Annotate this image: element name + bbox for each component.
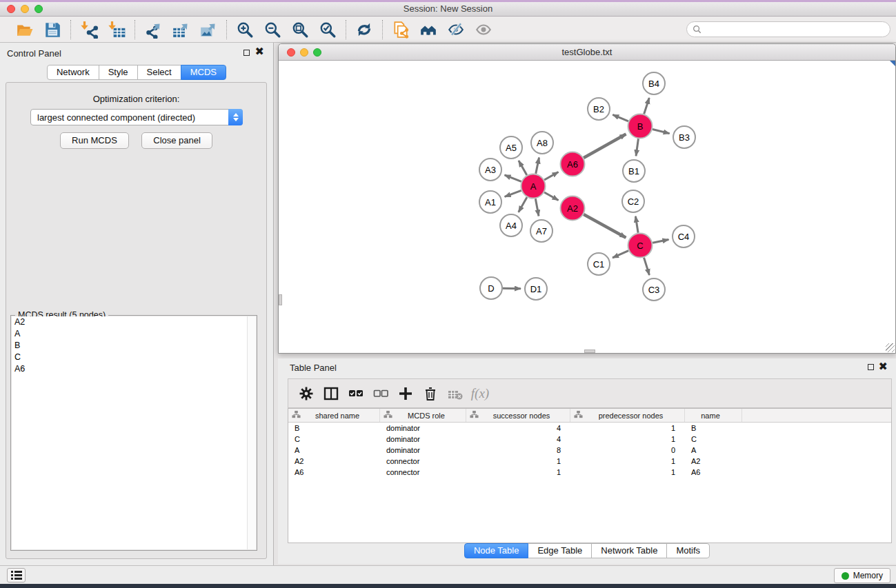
graph-edge-C-C2[interactable]	[635, 216, 638, 233]
table-row[interactable]: Bdominator41B	[288, 423, 891, 434]
optimization-criterion-select[interactable]: largest connected component (directed)	[30, 109, 243, 125]
memory-button[interactable]: Memory	[834, 568, 890, 583]
result-item[interactable]: A2	[12, 316, 247, 328]
table-row[interactable]: A6connector11A6	[288, 467, 891, 478]
table-cell[interactable]: A	[685, 446, 742, 454]
graph-edge-A2-C[interactable]	[584, 214, 626, 238]
main-titlebar[interactable]: Session: New Session	[0, 2, 896, 17]
graph-edge-B-B1[interactable]	[636, 139, 638, 156]
table-cell[interactable]: 1	[570, 435, 685, 443]
import-table-button[interactable]	[106, 19, 128, 40]
table-cell[interactable]: 1	[570, 457, 685, 465]
save-session-button[interactable]	[41, 19, 63, 40]
table-cell[interactable]: dominator	[380, 424, 466, 432]
tab-network-table[interactable]: Network Table	[591, 543, 667, 558]
run-mcds-button[interactable]: Run MCDS	[60, 132, 129, 149]
open-session-button[interactable]	[14, 19, 36, 40]
table-row[interactable]: A2connector11A2	[288, 456, 891, 467]
float-table-panel-icon[interactable]	[868, 364, 874, 370]
table-cell[interactable]: 4	[466, 435, 570, 443]
table-cell[interactable]: A6	[288, 468, 380, 476]
select-all-button[interactable]	[344, 382, 368, 405]
export-network-button[interactable]	[142, 19, 164, 40]
table-cell[interactable]: 1	[466, 468, 570, 476]
graph-edge-C-C4[interactable]	[653, 239, 668, 243]
table-cell[interactable]: 1	[466, 457, 570, 465]
close-panel-button[interactable]: Close panel	[141, 132, 212, 149]
apply-layout-button[interactable]	[353, 19, 375, 40]
tab-style[interactable]: Style	[99, 65, 138, 80]
table-cell[interactable]: connector	[380, 468, 466, 476]
tab-motifs[interactable]: Motifs	[666, 543, 710, 558]
table-settings-button[interactable]	[294, 382, 319, 405]
column-header-predecessor-nodes[interactable]: predecessor nodes	[570, 409, 685, 422]
search-field[interactable]	[686, 21, 890, 37]
table-cell[interactable]: 0	[570, 446, 685, 454]
graph-edge-A-A4[interactable]	[519, 197, 527, 212]
graph-edge-A-A2[interactable]	[544, 192, 558, 200]
zoom-out-button[interactable]	[261, 19, 283, 40]
network-canvas[interactable]: B4B2BB3B1A5A8A3A6AA1A2C2A4A7CC4C1C3DD1	[279, 61, 895, 353]
zoom-fit-button[interactable]	[289, 19, 311, 40]
table-row[interactable]: Adominator80A	[288, 445, 891, 456]
import-network-button[interactable]	[78, 19, 100, 40]
column-header-shared-name[interactable]: shared name	[288, 409, 380, 422]
graph-edge-B-B3[interactable]	[653, 129, 670, 133]
graph-edge-A-A8[interactable]	[536, 158, 539, 174]
graph-edge-B-B4[interactable]	[644, 98, 650, 114]
table-cell[interactable]: C	[288, 435, 380, 443]
tab-edge-table[interactable]: Edge Table	[528, 543, 592, 558]
graph-edge-C-C1[interactable]	[613, 251, 628, 258]
mcds-result-list[interactable]: A2ABCA6	[12, 316, 247, 549]
show-columns-button[interactable]	[319, 382, 344, 405]
table-cell[interactable]: B	[685, 424, 742, 432]
table-cell[interactable]: 4	[466, 424, 570, 432]
table-cell[interactable]: 8	[466, 446, 570, 454]
result-item[interactable]: C	[12, 352, 247, 363]
graph-edge-A-A5[interactable]	[519, 161, 527, 175]
hide-selected-button[interactable]	[445, 19, 467, 40]
graph-edge-B-B2[interactable]	[613, 114, 628, 121]
result-item[interactable]: A6	[12, 363, 247, 375]
table-cell[interactable]: dominator	[380, 446, 466, 454]
bottom-grip[interactable]	[584, 349, 595, 353]
result-scrollbar[interactable]	[247, 316, 256, 549]
zoom-selected-button[interactable]	[317, 19, 339, 40]
table-cell[interactable]: A	[288, 446, 380, 454]
table-cell[interactable]: A6	[685, 468, 742, 476]
table-cell[interactable]: dominator	[380, 435, 466, 443]
tab-node-table[interactable]: Node Table	[464, 543, 529, 558]
table-cell[interactable]: B	[288, 424, 380, 432]
graph-edge-A-A6[interactable]	[544, 172, 558, 180]
create-column-button[interactable]	[393, 382, 418, 405]
close-panel-icon[interactable]: ✖	[255, 45, 264, 59]
result-item[interactable]: B	[12, 340, 247, 352]
zoom-in-button[interactable]	[234, 19, 256, 40]
resize-grip-icon[interactable]	[886, 343, 895, 352]
result-item[interactable]: A	[12, 328, 247, 340]
graph-edge-A-A3[interactable]	[505, 175, 521, 181]
column-header-MCDS-role[interactable]: MCDS role	[380, 409, 466, 422]
graph-edge-C-C3[interactable]	[644, 258, 650, 275]
table-cell[interactable]: 1	[570, 468, 685, 476]
column-header-successor-nodes[interactable]: successor nodes	[466, 409, 570, 422]
table-cell[interactable]: A2	[685, 457, 742, 465]
table-cell[interactable]: A2	[288, 457, 380, 465]
left-grip[interactable]	[279, 294, 282, 305]
table-cell[interactable]: C	[685, 435, 742, 443]
graph-edge-A-A7[interactable]	[535, 199, 539, 216]
network-view-window[interactable]: testGlobe.txt B4B2BB3B1A5A8A3A6AA1A2C2A4…	[278, 43, 896, 354]
table-cell[interactable]: 1	[570, 424, 685, 432]
tab-mcds[interactable]: MCDS	[181, 65, 226, 80]
export-table-button[interactable]	[170, 19, 192, 40]
search-input[interactable]	[705, 25, 890, 34]
delete-columns-button[interactable]	[418, 382, 443, 405]
close-table-panel-icon[interactable]: ✖	[879, 360, 888, 374]
table-row[interactable]: Cdominator41C	[288, 434, 891, 445]
copy-network-button[interactable]	[390, 19, 412, 40]
tab-network[interactable]: Network	[47, 65, 99, 80]
float-panel-icon[interactable]	[243, 50, 250, 56]
column-header-name[interactable]: name	[685, 409, 742, 422]
graph-edge-A-A1[interactable]	[505, 190, 521, 196]
network-window-titlebar[interactable]: testGlobe.txt	[279, 44, 895, 61]
